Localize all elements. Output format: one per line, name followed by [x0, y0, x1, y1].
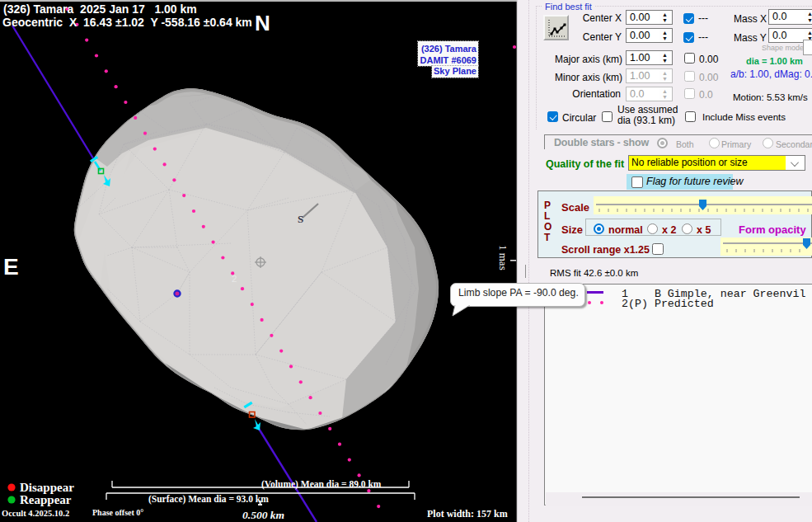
- svg-text:S: S: [298, 213, 303, 225]
